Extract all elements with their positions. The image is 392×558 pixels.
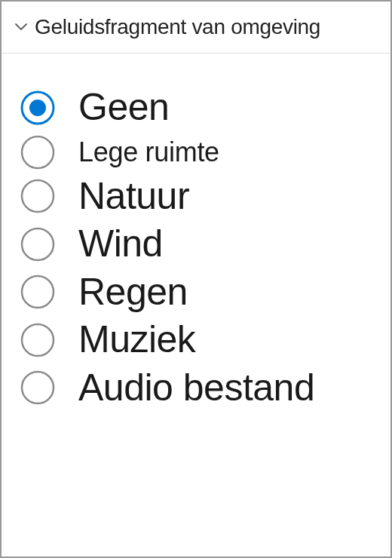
panel-header[interactable]: Geluidsfragment van omgeving [2,2,390,54]
radio-unselected-icon [20,274,56,310]
option-label: Regen [78,271,188,314]
svg-point-7 [22,372,54,403]
radio-unselected-icon [20,369,56,406]
svg-point-6 [22,324,54,356]
svg-point-5 [22,276,54,308]
svg-point-1 [29,100,46,116]
radio-unselected-icon [20,226,56,262]
radio-unselected-icon [20,322,56,358]
option-muziek[interactable]: Muziek [20,316,390,364]
radio-unselected-icon [20,178,56,214]
svg-point-4 [22,228,54,260]
svg-point-2 [22,136,54,168]
chevron-down-icon [12,18,30,36]
option-label: Muziek [78,318,195,362]
radio-selected-icon [20,90,56,126]
option-label: Audio bestand [78,366,314,410]
option-wind[interactable]: Wind [20,220,390,268]
option-lege-ruimte[interactable]: Lege ruimte [20,132,390,173]
option-regen[interactable]: Regen [20,268,390,317]
option-label: Lege ruimte [78,136,219,168]
option-geen[interactable]: Geen [20,84,390,132]
option-label: Wind [78,222,163,266]
options-list: Geen Lege ruimte Natuur [2,54,390,412]
radio-unselected-icon [20,134,56,170]
panel-title: Geluidsfragment van omgeving [35,15,320,39]
option-natuur[interactable]: Natuur [20,173,390,221]
ambient-sound-panel: Geluidsfragment van omgeving Geen Lege r… [0,0,392,558]
option-audio-bestand[interactable]: Audio bestand [20,364,390,412]
option-label: Natuur [78,175,189,219]
option-label: Geen [78,86,169,130]
svg-point-3 [22,180,54,212]
